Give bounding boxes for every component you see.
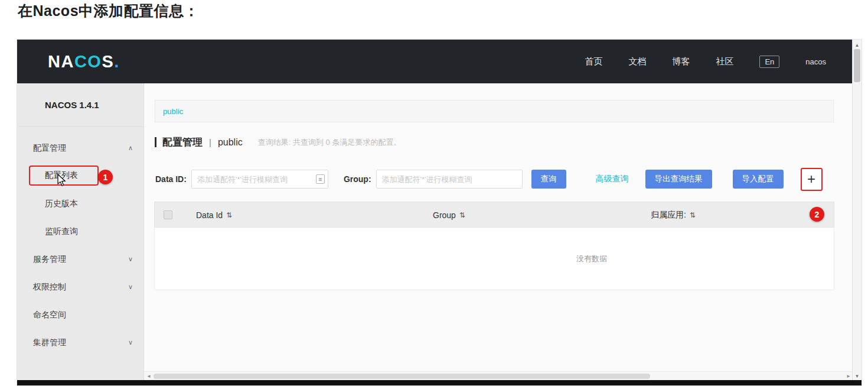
mouse-cursor-icon [57,174,67,187]
query-result-text: 查询结果: 共查询到 0 条满足要求的配置。 [258,137,402,148]
column-label: 归属应用: [651,210,686,220]
annotation-step-2: 2 [810,207,824,222]
sidebar-item-label: 监听查询 [45,226,78,237]
section-title: 配置管理 [162,135,203,149]
scroll-down-arrow-icon[interactable]: ▼ [853,372,862,380]
scroll-left-arrow-icon[interactable]: ◄ [145,372,153,381]
caret-down-icon: ∨ [128,283,133,291]
dataid-label: Data ID: [155,174,187,184]
column-header-dataid[interactable]: Data Id ⇅ [196,202,232,228]
main-content: public 配置管理 | public 查询结果: 共查询到 0 条满足要求的… [144,83,853,381]
caret-down-icon: ∨ [128,255,133,263]
header-bar: NACOS. 首页 文档 博客 社区 En nacos [17,40,853,83]
dataid-input[interactable] [191,170,328,189]
nacos-console-window: NACOS. 首页 文档 博客 社区 En nacos NACOS 1.4.1 … [17,39,862,386]
vertical-scrollbar[interactable]: ▲ ▼ [852,40,862,381]
fuzzy-query-icon[interactable]: ≣ [316,174,325,184]
sidebar-item-label: 服务管理 [33,254,66,265]
title-accent-bar [155,137,156,147]
page-header-row: 配置管理 | public 查询结果: 共查询到 0 条满足要求的配置。 [155,135,401,149]
table-empty-body: 没有数据 [154,228,834,290]
sidebar-item-listening-query[interactable]: 监听查询 [17,218,143,245]
page-title: 在Nacos中添加配置信息： [18,1,199,21]
page: 在Nacos中添加配置信息： NACOS. 首页 文档 博客 社区 En nac… [0,0,868,386]
group-label: Group: [344,174,371,184]
sidebar-item-config-list[interactable]: 配置列表 1 [17,162,143,190]
nav-community[interactable]: 社区 [716,56,733,67]
annotation-step-1: 1 [98,170,113,184]
dataid-input-wrap: ≣ [191,170,328,189]
nav-home[interactable]: 首页 [585,56,602,67]
sidebar-item-label: 命名空间 [33,310,66,320]
no-data-text: 没有数据 [576,254,607,263]
sidebar-item-cluster-management[interactable]: 集群管理 ∨ [17,329,143,356]
sidebar-item-service-management[interactable]: 服务管理 ∨ [17,245,143,273]
horizontal-scrollbar-thumb[interactable] [154,374,650,379]
section-title-namespace: public [218,137,243,148]
sidebar-item-permission-control[interactable]: 权限控制 ∨ [17,273,143,301]
search-form: Data ID: ≣ Group: 查询 高级查询 导出查询结果 导入配置 + [155,169,823,189]
group-input[interactable] [376,170,523,189]
search-button[interactable]: 查询 [531,170,566,189]
language-toggle[interactable]: En [759,56,779,68]
sidebar-item-config-management[interactable]: 配置管理 ∧ [17,134,143,162]
sidebar: NACOS 1.4.1 配置管理 ∧ 配置列表 1 历史版本 [17,83,144,381]
column-header-group[interactable]: Group ⇅ [433,202,465,228]
sidebar-item-label: 集群管理 [33,338,66,348]
caret-up-icon: ∧ [128,144,133,152]
config-table: Data Id ⇅ Group ⇅ 归属应用: ⇅ 没有数据 [154,202,834,290]
column-label: Data Id [196,210,223,220]
caret-down-icon: ∨ [128,339,133,346]
title-separator: | [209,137,211,147]
sidebar-item-history-versions[interactable]: 历史版本 [17,190,143,218]
logo-text: S [102,52,114,71]
advanced-query-link[interactable]: 高级查询 [596,174,629,184]
scroll-up-arrow-icon[interactable]: ▲ [853,41,862,49]
sidebar-item-label: 历史版本 [45,199,78,209]
namespace-tab-public[interactable]: public [155,107,183,116]
table-header-row: Data Id ⇅ Group ⇅ 归属应用: ⇅ [154,202,834,228]
scroll-right-arrow-icon[interactable]: ► [844,372,853,381]
select-all-checkbox[interactable] [164,210,172,219]
logo-text-accent: CO [74,52,102,71]
sidebar-item-label: 配置管理 [33,143,66,154]
sidebar-item-label: 权限控制 [33,282,66,293]
logo-text: NA [48,52,74,71]
top-navigation: 首页 文档 博客 社区 En nacos [585,56,826,68]
import-config-button[interactable]: 导入配置 [733,170,784,189]
nav-blog[interactable]: 博客 [672,56,690,67]
window-bottom-bar [17,380,862,385]
vertical-scrollbar-thumb[interactable] [854,49,860,82]
logo-dot: . [114,52,120,71]
horizontal-scrollbar[interactable]: ◄ ► [144,371,853,380]
sort-icon[interactable]: ⇅ [226,211,232,219]
namespace-bar: public [155,100,834,122]
sidebar-item-namespace[interactable]: 命名空间 [17,301,143,329]
sort-icon[interactable]: ⇅ [690,211,696,219]
add-config-button[interactable]: + [801,168,823,191]
sidebar-version-label: NACOS 1.4.1 [17,83,143,127]
column-label: Group [433,210,456,220]
nav-username[interactable]: nacos [805,57,826,66]
nacos-logo[interactable]: NACOS. [48,52,120,72]
export-query-results-button[interactable]: 导出查询结果 [645,170,712,189]
sort-icon[interactable]: ⇅ [459,211,465,219]
sidebar-menu: 配置管理 ∧ 配置列表 1 历史版本 监听查询 [17,127,143,356]
column-header-application[interactable]: 归属应用: ⇅ [651,202,696,228]
nav-docs[interactable]: 文档 [628,56,646,67]
